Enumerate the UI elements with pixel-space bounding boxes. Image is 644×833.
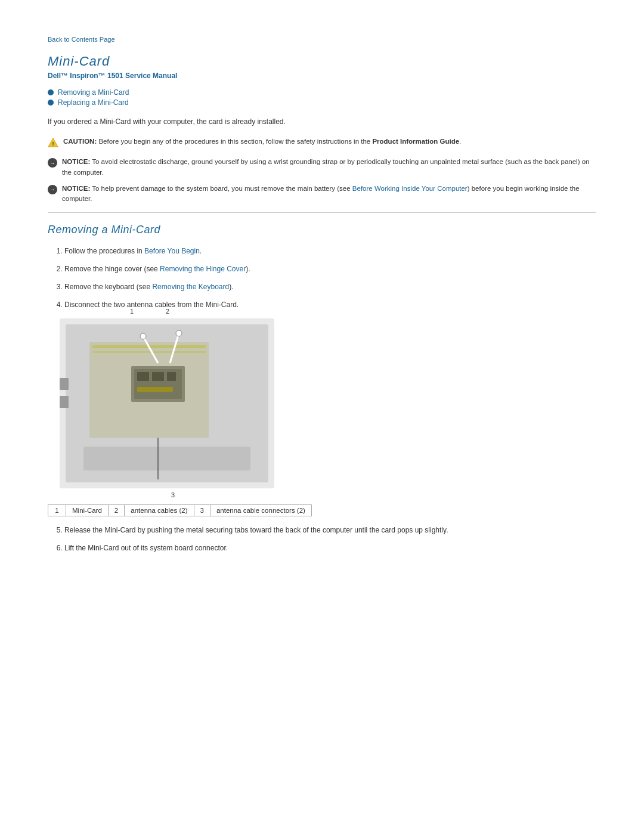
toc-link-replacing[interactable]: Replacing a Mini-Card	[58, 98, 129, 107]
toc-bullet-replacing	[48, 100, 54, 106]
notice-icon-2: →	[48, 184, 57, 194]
section-divider	[48, 212, 596, 213]
step-2: Remove the hinge cover (see Removing the…	[64, 264, 596, 274]
diagram-svg	[60, 318, 274, 488]
svg-rect-17	[60, 378, 69, 390]
table-cell-label-1: Mini-Card	[66, 505, 109, 516]
toc-list: Removing a Mini-Card Replacing a Mini-Ca…	[48, 88, 596, 107]
svg-rect-11	[167, 372, 176, 381]
step-3: Remove the keyboard (see Removing the Ke…	[64, 281, 596, 292]
table-cell-num-2: 2	[108, 505, 124, 516]
svg-rect-12	[137, 387, 173, 392]
notice-block-2: → NOTICE: To help prevent damage to the …	[48, 184, 596, 205]
diagram-container: 1 2	[60, 318, 274, 498]
toc-item-removing: Removing a Mini-Card	[48, 88, 596, 97]
removing-keyboard-link[interactable]: Removing the Keyboard	[152, 283, 229, 291]
table-row: 1 Mini-Card 2 antenna cables (2) 3 anten…	[48, 505, 312, 516]
removing-hinge-cover-link[interactable]: Removing the Hinge Cover	[160, 265, 246, 273]
notice-icon-1: →	[48, 157, 57, 168]
svg-rect-6	[92, 351, 206, 353]
caution-block: ! CAUTION: Before you begin any of the p…	[48, 137, 596, 151]
step-4: Disconnect the two antenna cables from t…	[64, 299, 596, 310]
notice-text-1: NOTICE: To avoid electrostatic discharge…	[62, 157, 596, 178]
toc-item-replacing: Replacing a Mini-Card	[48, 98, 596, 107]
svg-point-15	[140, 333, 146, 339]
step-1: Follow the procedures in Before You Begi…	[64, 246, 596, 256]
table-cell-num-1: 1	[48, 505, 66, 516]
toc-bullet-removing	[48, 89, 54, 95]
steps-after-list: Release the Mini-Card by pushing the met…	[48, 525, 596, 553]
table-cell-num-3: 3	[194, 505, 210, 516]
before-you-begin-link[interactable]: Before You Begin	[144, 247, 200, 255]
intro-text: If you ordered a Mini-Card with your com…	[48, 117, 596, 126]
notice-text-2: NOTICE: To help prevent damage to the sy…	[62, 184, 596, 205]
svg-rect-10	[152, 372, 164, 381]
table-cell-label-3: antenna cable connectors (2)	[210, 505, 311, 516]
back-to-contents-link[interactable]: Back to Contents Page	[48, 36, 596, 43]
svg-rect-18	[60, 396, 69, 408]
diagram-num-1: 1	[130, 308, 134, 315]
caution-icon: !	[48, 137, 58, 151]
before-working-link[interactable]: Before Working Inside Your Computer	[352, 185, 467, 192]
svg-text:!: !	[52, 141, 54, 147]
toc-link-removing[interactable]: Removing a Mini-Card	[58, 88, 129, 97]
diagram-num-2: 2	[166, 308, 169, 315]
step-6: Lift the Mini-Card out of its system boa…	[64, 543, 596, 553]
section-title-removing: Removing a Mini-Card	[48, 224, 596, 236]
page-title: Mini-Card	[48, 54, 596, 69]
svg-rect-9	[137, 372, 149, 381]
diagram-num-3: 3	[72, 491, 274, 498]
page-subtitle: Dell™ Inspiron™ 1501 Service Manual	[48, 72, 596, 80]
steps-list: Follow the procedures in Before You Begi…	[48, 246, 596, 310]
notice-block-1: → NOTICE: To avoid electrostatic dischar…	[48, 157, 596, 178]
caution-text: CAUTION: Before you begin any of the pro…	[63, 137, 461, 147]
table-cell-label-2: antenna cables (2)	[125, 505, 194, 516]
step-5: Release the Mini-Card by pushing the met…	[64, 525, 596, 535]
parts-table: 1 Mini-Card 2 antenna cables (2) 3 anten…	[48, 504, 312, 516]
svg-point-16	[176, 330, 182, 336]
svg-rect-19	[83, 447, 250, 470]
